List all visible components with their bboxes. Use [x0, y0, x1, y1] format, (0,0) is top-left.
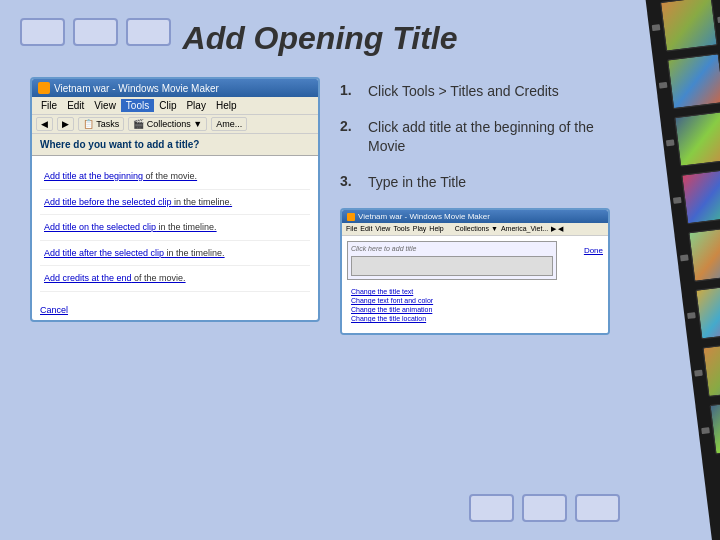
instruction-1: 1. Click Tools > Titles and Credits — [340, 82, 610, 102]
bss-input-hint: Click here to add title — [351, 245, 553, 252]
toolbar-collections[interactable]: 🎬 Collections ▼ — [128, 117, 207, 131]
main-container: Add Opening Title Vietnam war - Windows … — [0, 0, 640, 540]
bss-link-4[interactable]: Change the title location — [351, 315, 553, 322]
nav-button-br-2[interactable] — [522, 494, 567, 522]
option-before[interactable]: Add title before the selected clip in th… — [40, 190, 310, 216]
nav-button-br-1[interactable] — [469, 494, 514, 522]
bss-menu-view[interactable]: View — [375, 225, 390, 233]
bss-body: Click here to add title Change the title… — [342, 236, 608, 333]
film-hole — [694, 370, 703, 377]
toolbar-forward[interactable]: ▶ — [57, 117, 74, 131]
toolbar-ame[interactable]: Ame... — [211, 117, 247, 131]
window-question: Where do you want to add a title? — [32, 134, 318, 156]
bss-controls[interactable]: ▶ ◀ — [551, 225, 563, 233]
option-beginning[interactable]: Add title at the beginning of the movie. — [40, 164, 310, 190]
nav-buttons-bottom-right — [469, 494, 620, 522]
bss-done[interactable]: Done — [584, 246, 603, 255]
bss-toolbar: File Edit View Tools Play Help Collectio… — [342, 223, 608, 236]
option-on[interactable]: Add title on the selected clip in the ti… — [40, 215, 310, 241]
instruction-number-2: 2. — [340, 118, 360, 134]
bss-collections[interactable]: Collections ▼ — [455, 225, 498, 233]
bss-icon — [347, 213, 355, 221]
film-frame-4 — [681, 168, 720, 224]
menu-tools[interactable]: Tools — [121, 99, 154, 112]
content-area: Vietnam war - Windows Movie Maker File E… — [30, 77, 610, 335]
bss-titlebar: Vietnam war - Windows Movie Maker — [342, 210, 608, 223]
bss-link-1[interactable]: Change the title text — [351, 288, 553, 295]
instruction-text-1: Click Tools > Titles and Credits — [368, 82, 559, 102]
toolbar-tasks[interactable]: 📋 Tasks — [78, 117, 124, 131]
bss-menu-play[interactable]: Play — [413, 225, 427, 233]
instruction-3: 3. Type in the Title — [340, 173, 610, 193]
option-credits[interactable]: Add credits at the end of the movie. — [40, 266, 310, 292]
menu-help[interactable]: Help — [211, 99, 242, 112]
menu-view[interactable]: View — [89, 99, 121, 112]
film-frame-3 — [674, 111, 720, 167]
instructions-panel: 1. Click Tools > Titles and Credits 2. C… — [340, 77, 610, 335]
bss-textbox[interactable]: Click here to add title — [347, 241, 557, 280]
left-screenshot: Vietnam war - Windows Movie Maker File E… — [30, 77, 320, 322]
film-strip — [646, 0, 720, 540]
film-frame-5 — [688, 226, 720, 282]
bottom-screenshot: Vietnam war - Windows Movie Maker File E… — [340, 208, 610, 335]
film-hole — [666, 139, 675, 146]
window-menubar[interactable]: File Edit View Tools Clip Play Help — [32, 97, 318, 115]
bss-title: Vietnam war - Windows Movie Maker — [358, 212, 490, 221]
bss-menu-tools[interactable]: Tools — [393, 225, 409, 233]
window-titlebar: Vietnam war - Windows Movie Maker — [32, 79, 318, 97]
instruction-number-1: 1. — [340, 82, 360, 98]
bss-link-2[interactable]: Change text font and color — [351, 297, 553, 304]
instruction-number-3: 3. — [340, 173, 360, 189]
bss-links: Change the title text Change text font a… — [347, 284, 557, 328]
film-hole — [652, 24, 661, 31]
instruction-text-3: Type in the Title — [368, 173, 466, 193]
menu-edit[interactable]: Edit — [62, 99, 89, 112]
film-frame-2 — [667, 53, 720, 109]
bss-menu-file[interactable]: File — [346, 225, 357, 233]
film-frame-8 — [709, 399, 720, 455]
bss-side: Done — [563, 241, 603, 328]
bss-menu-help[interactable]: Help — [429, 225, 443, 233]
toolbar-back[interactable]: ◀ — [36, 117, 53, 131]
film-frame-7 — [702, 341, 720, 397]
window-icon — [38, 82, 50, 94]
page-title: Add Opening Title — [30, 20, 610, 57]
bss-link-3[interactable]: Change the title animation — [351, 306, 553, 313]
cancel-link[interactable]: Cancel — [32, 300, 318, 320]
bss-menu-edit[interactable]: Edit — [360, 225, 372, 233]
bss-america[interactable]: America_Viet... — [501, 225, 548, 233]
bss-input-line[interactable] — [351, 256, 553, 276]
nav-button-br-3[interactable] — [575, 494, 620, 522]
bss-preview-area: Click here to add title Change the title… — [347, 241, 557, 328]
film-hole — [673, 197, 682, 204]
bss-main-layout: Click here to add title Change the title… — [347, 241, 603, 328]
film-hole — [701, 427, 710, 434]
menu-clip[interactable]: Clip — [154, 99, 181, 112]
option-after[interactable]: Add title after the selected clip in the… — [40, 241, 310, 267]
window-toolbar: ◀ ▶ 📋 Tasks 🎬 Collections ▼ Ame... — [32, 115, 318, 134]
film-hole — [659, 82, 668, 89]
window-options: Add title at the beginning of the movie.… — [32, 156, 318, 300]
film-frame-1 — [660, 0, 718, 52]
film-hole — [687, 312, 696, 319]
instruction-text-2: Click add title at the beginning of the … — [368, 118, 610, 157]
instruction-2: 2. Click add title at the beginning of t… — [340, 118, 610, 157]
film-frame-6 — [695, 284, 720, 340]
menu-play[interactable]: Play — [181, 99, 210, 112]
film-hole — [680, 254, 689, 261]
window-title: Vietnam war - Windows Movie Maker — [54, 83, 219, 94]
menu-file[interactable]: File — [36, 99, 62, 112]
